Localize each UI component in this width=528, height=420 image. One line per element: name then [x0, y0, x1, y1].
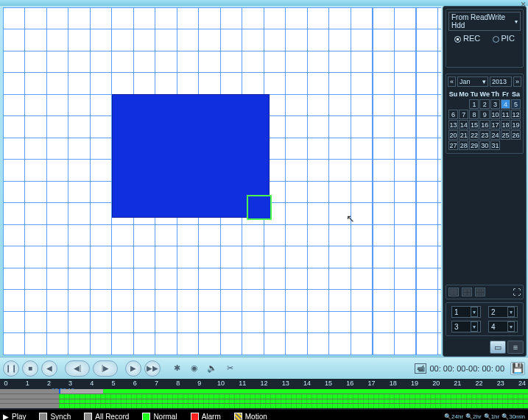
calendar-day-15[interactable]: 15 — [469, 120, 479, 129]
ruler-hour-11: 11 — [239, 380, 246, 387]
card-view-button[interactable]: ▭ — [490, 341, 506, 354]
calendar-day-8[interactable]: 8 — [469, 110, 479, 119]
fast-forward-button[interactable]: ▶▶ — [144, 360, 161, 377]
timeline-row-3[interactable] — [0, 399, 528, 405]
calendar-day-11[interactable]: 11 — [501, 110, 510, 119]
volume-icon[interactable]: 🔈 — [205, 361, 219, 376]
timeline-row-4[interactable] — [0, 404, 528, 408]
pause-button[interactable]: ❙❙ — [3, 360, 19, 377]
calendar-day-18[interactable]: 18 — [501, 120, 510, 129]
calendar-day-23[interactable]: 23 — [479, 130, 490, 140]
channel-2-select[interactable]: 2▾ — [488, 306, 518, 318]
ruler-hour-7: 7 — [155, 380, 158, 387]
calendar-day-29[interactable]: 29 — [469, 140, 479, 150]
calendar-day-4[interactable]: 4 — [501, 99, 510, 109]
calendar-day-14[interactable]: 14 — [459, 120, 468, 129]
play-button-legend[interactable]: ▶ Play — [3, 413, 26, 421]
playhead-marker[interactable] — [59, 389, 60, 394]
list-view-button[interactable]: ≡ — [507, 341, 524, 354]
calendar-day-5[interactable]: 5 — [511, 99, 521, 109]
calendar-day-31[interactable]: 31 — [490, 140, 500, 150]
calendar-day-21[interactable]: 21 — [459, 130, 468, 140]
calendar-day-25[interactable]: 25 — [501, 130, 510, 140]
video-channel-1[interactable] — [112, 94, 270, 218]
legend-alarm: Alarm — [191, 413, 221, 421]
source-dropdown[interactable]: From ReadWrite Hdd ▾ — [448, 12, 521, 31]
timeline-rows[interactable] — [0, 389, 528, 408]
calendar-day-22[interactable]: 22 — [469, 130, 479, 140]
video-grid[interactable]: ↖ — [3, 7, 441, 355]
ruler-hour-21: 21 — [454, 380, 461, 387]
cursor-icon: ↖ — [346, 213, 355, 224]
snapshot-icon[interactable]: ◉ — [187, 361, 202, 376]
save-button[interactable]: 💾 — [510, 362, 525, 375]
layout-6-icon[interactable] — [475, 288, 485, 296]
prev-button[interactable]: ◀ — [41, 360, 57, 377]
rec-radio[interactable]: REC — [454, 34, 480, 43]
calendar-prev-button[interactable]: « — [448, 76, 456, 87]
calendar-day-6[interactable]: 6 — [448, 110, 458, 119]
smart-search-icon[interactable]: ✱ — [169, 361, 184, 376]
layout-1-icon[interactable] — [448, 288, 459, 296]
pic-radio[interactable]: PIC — [493, 34, 515, 43]
step-back-button[interactable]: ◀| — [65, 360, 90, 377]
timeline-row-1[interactable] — [0, 389, 528, 394]
swatch-gray-icon — [84, 413, 92, 421]
calendar-day-2[interactable]: 2 — [479, 99, 490, 109]
calendar-day-header: We — [479, 89, 490, 99]
calendar-day-12[interactable]: 12 — [511, 110, 521, 119]
play-button[interactable]: ▶ — [125, 360, 141, 377]
ruler-hour-3: 3 — [68, 380, 72, 387]
stop-button[interactable]: ■ — [22, 360, 38, 377]
calendar-month-select[interactable]: Jan▾ — [457, 76, 488, 87]
calendar-day-20[interactable]: 20 — [448, 130, 458, 140]
calendar-day-26[interactable]: 26 — [511, 130, 521, 140]
calendar-panel: « Jan▾ 2013 » SuMoTuWeThFrSa 12345678910… — [446, 74, 524, 154]
channel-4-select[interactable]: 4▾ — [488, 321, 518, 332]
camera-icon: 📹 — [415, 363, 426, 374]
selected-cell[interactable] — [248, 196, 270, 218]
channel-1-select[interactable]: 1▾ — [451, 306, 481, 318]
chevron-down-icon: ▾ — [471, 307, 478, 317]
calendar-day-7[interactable]: 7 — [459, 110, 468, 119]
ruler-hour-8: 8 — [176, 380, 180, 387]
ruler-hour-9: 9 — [197, 380, 201, 387]
calendar-next-button[interactable]: » — [513, 76, 521, 87]
clip-icon[interactable]: ✂ — [222, 361, 237, 376]
step-forward-button[interactable]: |▶ — [93, 360, 118, 377]
channel-3-select[interactable]: 3▾ — [451, 321, 481, 332]
ruler-hour-1: 1 — [26, 380, 29, 387]
radio-on-icon — [454, 36, 461, 43]
zoom-30min[interactable]: 🔍30min — [501, 413, 525, 420]
layout-panel: ⛶ — [446, 285, 524, 299]
calendar-day-13[interactable]: 13 — [448, 120, 458, 129]
calendar-day-3[interactable]: 3 — [490, 99, 500, 109]
chevron-down-icon: ▾ — [471, 321, 478, 332]
calendar-day-19[interactable]: 19 — [511, 120, 521, 129]
swatch-gray-icon — [39, 413, 47, 421]
swatch-yellow-icon — [234, 413, 242, 421]
ruler-hour-23: 23 — [497, 380, 504, 387]
calendar-day-24[interactable]: 24 — [490, 130, 500, 140]
zoom-24hr[interactable]: 🔍24hr — [444, 413, 463, 420]
timeline-fill — [59, 389, 528, 394]
timeline-ruler[interactable]: 02:38:15 0123456789101112131415161718192… — [0, 379, 528, 389]
calendar-day-27[interactable]: 27 — [448, 140, 458, 150]
ruler-hour-2: 2 — [47, 380, 51, 387]
calendar-day-28[interactable]: 28 — [459, 140, 468, 150]
calendar-day-16[interactable]: 16 — [479, 120, 490, 129]
calendar-year-select[interactable]: 2013 — [490, 76, 512, 87]
zoom-1hr[interactable]: 🔍1hr — [484, 413, 500, 420]
layout-4-icon[interactable] — [462, 288, 472, 296]
calendar-day-1[interactable]: 1 — [469, 99, 479, 109]
calendar-day-10[interactable]: 10 — [490, 110, 500, 119]
timeline-row-2[interactable] — [0, 394, 528, 399]
calendar-day-17[interactable]: 17 — [490, 120, 500, 129]
zoom-2hr[interactable]: 🔍2hr — [465, 413, 482, 420]
calendar-day-30[interactable]: 30 — [479, 140, 490, 150]
calendar-day-header: Fr — [501, 89, 510, 99]
fullscreen-icon[interactable]: ⛶ — [513, 288, 521, 296]
timeline-area: 02:38:15 0123456789101112131415161718192… — [0, 379, 528, 410]
calendar-day-9[interactable]: 9 — [479, 110, 490, 119]
close-button[interactable]: × — [521, 0, 526, 10]
